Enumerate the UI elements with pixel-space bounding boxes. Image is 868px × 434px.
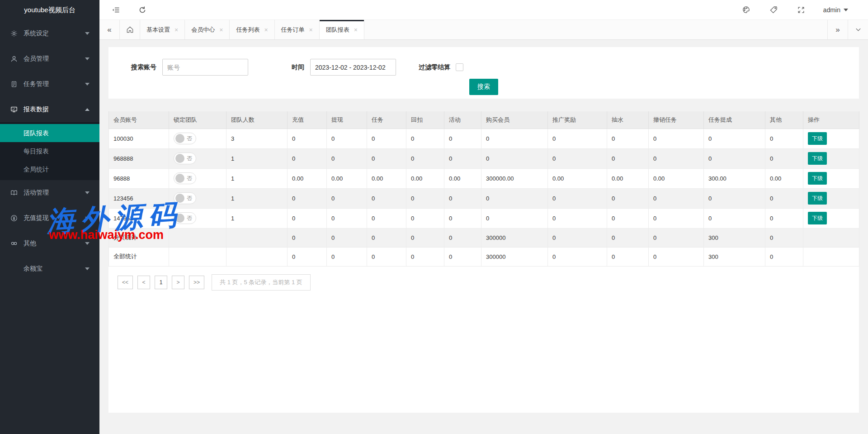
tag-icon[interactable] xyxy=(769,5,778,14)
cell-value: 0 xyxy=(481,208,548,228)
cell-value: 0 xyxy=(481,188,548,208)
cell-value: 0 xyxy=(649,247,704,266)
cell-action: 下级 xyxy=(803,168,859,188)
next-page-button[interactable]: > xyxy=(172,276,184,289)
subordinate-button[interactable]: 下级 xyxy=(808,192,827,205)
app-root: youtube视频后台 系统设定会员管理任务管理报表数据团队报表每日报表全局统计… xyxy=(0,0,868,434)
cell-value: 0 xyxy=(288,129,327,148)
lock-team-toggle[interactable]: 否 xyxy=(174,172,196,184)
cell-value: 300000.00 xyxy=(481,168,548,188)
column-header: 任务 xyxy=(367,111,406,129)
cell-value: 0 xyxy=(765,228,803,247)
user-icon xyxy=(10,55,18,63)
column-header: 团队人数 xyxy=(226,111,288,129)
first-page-button[interactable]: << xyxy=(118,276,133,289)
search-account-label: 搜索账号 xyxy=(131,63,156,72)
cell-value: 0 xyxy=(406,208,444,228)
sidebar-item-report[interactable]: 报表数据 xyxy=(0,97,99,122)
admin-menu[interactable]: admin xyxy=(823,6,848,14)
gear-icon xyxy=(10,29,18,38)
cell-empty xyxy=(226,228,288,247)
sidebar-item-other[interactable]: 其他 xyxy=(0,231,99,256)
tab-item[interactable]: 任务订单× xyxy=(275,20,320,39)
table-header-row: 会员账号锁定团队团队人数充值提现任务回扣活动购买会员推广奖励抽水撤销任务任务提成… xyxy=(109,111,859,129)
menu-fold-icon[interactable] xyxy=(112,6,120,14)
cell-lock-team: 否 xyxy=(169,129,226,148)
pagination: <<<1>>> 共 1 页，5 条记录，当前第 1 页 xyxy=(108,267,859,291)
sidebar-item-system[interactable]: 系统设定 xyxy=(0,21,99,46)
cell-value: 0 xyxy=(406,228,444,247)
lock-team-toggle[interactable]: 否 xyxy=(174,153,196,164)
last-page-button[interactable]: >> xyxy=(189,276,204,289)
cell-empty xyxy=(169,247,226,266)
cell-value: 0 xyxy=(548,188,607,208)
cell-value: 0 xyxy=(288,228,327,247)
cell-lock-team: 否 xyxy=(169,148,226,168)
cell-value: 0 xyxy=(548,208,607,228)
cell-value: 0 xyxy=(444,208,481,228)
cell-value: 0.00 xyxy=(765,168,803,188)
sidebar-item-yuebao[interactable]: 余额宝 xyxy=(0,256,99,281)
cell-value: 0 xyxy=(548,129,607,148)
refresh-icon[interactable] xyxy=(138,6,146,14)
filter-zero-checkbox[interactable] xyxy=(456,63,463,71)
lock-team-toggle[interactable]: 否 xyxy=(174,192,196,204)
tab-item[interactable]: 任务列表× xyxy=(230,20,274,39)
subordinate-button[interactable]: 下级 xyxy=(808,172,827,185)
lock-team-toggle[interactable]: 否 xyxy=(174,133,196,144)
subordinate-button[interactable]: 下级 xyxy=(808,132,827,145)
column-header: 锁定团队 xyxy=(169,111,226,129)
subordinate-button[interactable]: 下级 xyxy=(808,152,827,165)
tab-item[interactable]: 基本设置× xyxy=(140,20,185,39)
home-tab-button[interactable] xyxy=(120,20,140,39)
cell-value: 0 xyxy=(548,247,607,266)
fullscreen-icon[interactable] xyxy=(797,6,805,14)
scroll-tabs-right-button[interactable]: » xyxy=(827,20,848,39)
page-number-button[interactable]: 1 xyxy=(155,276,167,289)
prev-page-button[interactable]: < xyxy=(137,276,150,289)
sidebar-subitem[interactable]: 每日报表 xyxy=(0,142,99,160)
cell-value: 0 xyxy=(327,247,367,266)
subordinate-button[interactable]: 下级 xyxy=(808,212,827,224)
scroll-tabs-left-button[interactable]: « xyxy=(99,20,120,39)
close-icon[interactable]: × xyxy=(264,26,268,33)
tab-label: 任务列表 xyxy=(236,26,259,34)
column-header: 活动 xyxy=(444,111,481,129)
sidebar-item-activity[interactable]: 活动管理 xyxy=(0,180,99,205)
tab-options-button[interactable] xyxy=(848,20,868,39)
search-button[interactable]: 搜索 xyxy=(469,79,498,95)
close-icon[interactable]: × xyxy=(175,26,178,33)
tab-item[interactable]: 会员中心× xyxy=(185,20,230,39)
tab-item[interactable]: 团队报表× xyxy=(320,20,364,39)
sidebar-item-member[interactable]: 会员管理 xyxy=(0,46,99,72)
chevron-down-icon xyxy=(85,217,90,219)
close-icon[interactable]: × xyxy=(219,26,223,33)
cell-value: 0 xyxy=(444,247,481,266)
cell-value: 300 xyxy=(704,228,765,247)
toggle-state-label: 否 xyxy=(187,195,192,202)
sidebar-subitem[interactable]: 团队报表 xyxy=(0,124,99,142)
team-report-table: 会员账号锁定团队团队人数充值提现任务回扣活动购买会员推广奖励抽水撤销任务任务提成… xyxy=(108,111,859,267)
cell-value: 0.00 xyxy=(406,168,444,188)
cell-empty xyxy=(803,247,859,266)
cell-value: 0 xyxy=(765,247,803,266)
close-icon[interactable]: × xyxy=(309,26,313,33)
lock-team-toggle[interactable]: 否 xyxy=(174,212,196,224)
sidebar-item-task[interactable]: 任务管理 xyxy=(0,72,99,97)
cell-value: 0 xyxy=(406,148,444,168)
toggle-state-label: 否 xyxy=(187,135,192,143)
sidebar-item-recharge[interactable]: 充值提现 xyxy=(0,205,99,231)
time-range-input[interactable] xyxy=(310,59,396,76)
tab-label: 会员中心 xyxy=(191,26,215,34)
theme-palette-icon[interactable] xyxy=(742,5,750,14)
cell-value: 0 xyxy=(288,188,327,208)
close-icon[interactable]: × xyxy=(354,26,358,33)
cell-value: 0 xyxy=(288,208,327,228)
chevron-down-icon xyxy=(85,242,90,245)
tab-label: 团队报表 xyxy=(326,26,349,34)
document-icon xyxy=(10,80,18,88)
sidebar-subitem[interactable]: 全局统计 xyxy=(0,160,99,178)
column-header: 购买会员 xyxy=(481,111,548,129)
account-input[interactable] xyxy=(162,59,248,76)
table-row: 123456否100000000000下级 xyxy=(109,188,859,208)
